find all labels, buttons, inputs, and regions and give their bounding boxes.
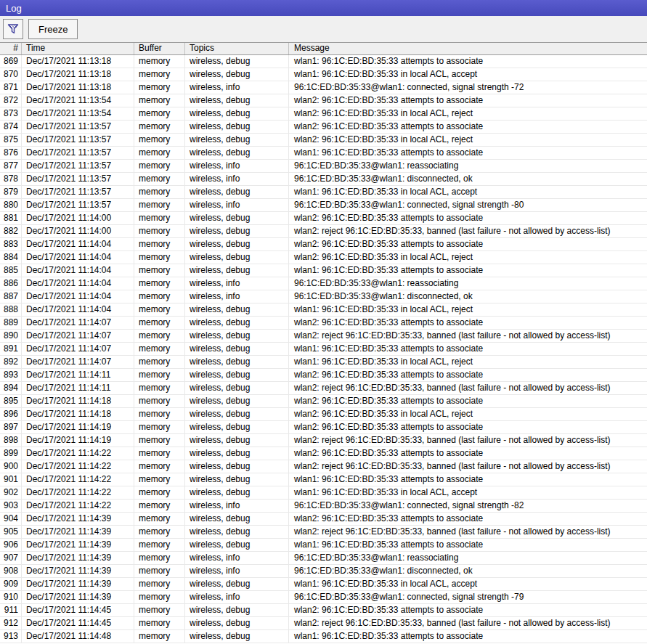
table-row[interactable]: 873 Dec/17/2021 11:13:54 memory wireless… [0,107,647,121]
cell-topics: wireless, debug [185,107,289,120]
cell-topics: wireless, debug [185,369,289,381]
table-row[interactable]: 894 Dec/17/2021 11:14:11 memory wireless… [0,382,647,395]
cell-topics: wireless, debug [185,395,289,407]
table-row[interactable]: 911 Dec/17/2021 11:14:45 memory wireless… [0,604,647,617]
table-row[interactable]: 900 Dec/17/2021 11:14:22 memory wireless… [0,460,647,473]
cell-message: wlan1: 96:1C:ED:BD:35:33 attempts to ass… [289,55,647,68]
table-row[interactable]: 884 Dec/17/2021 11:14:04 memory wireless… [0,251,647,264]
cell-buffer: memory [134,617,185,629]
cell-message: wlan2: 96:1C:ED:BD:35:33 in local ACL, r… [289,251,647,264]
cell-message: wlan2: 96:1C:ED:BD:35:33 attempts to ass… [289,421,647,433]
table-row[interactable]: 902 Dec/17/2021 11:14:22 memory wireless… [0,486,647,500]
window-titlebar[interactable]: Log [0,0,647,16]
cell-time: Dec/17/2021 11:14:07 [22,330,134,342]
column-header-topics[interactable]: Topics [185,43,289,54]
cell-id: 886 [0,277,22,290]
table-row[interactable]: 913 Dec/17/2021 11:14:48 memory wireless… [0,630,647,643]
cell-id: 895 [0,395,22,407]
cell-id: 891 [0,343,22,355]
table-row[interactable]: 880 Dec/17/2021 11:13:57 memory wireless… [0,199,647,212]
freeze-button[interactable]: Freeze [28,19,78,39]
cell-id: 911 [0,604,22,616]
table-row[interactable]: 906 Dec/17/2021 11:14:39 memory wireless… [0,539,647,552]
cell-message: wlan1: 96:1C:ED:BD:35:33 in local ACL, a… [289,578,647,590]
cell-time: Dec/17/2021 11:14:22 [22,500,134,512]
table-row[interactable]: 899 Dec/17/2021 11:14:22 memory wireless… [0,447,647,460]
table-row[interactable]: 871 Dec/17/2021 11:13:18 memory wireless… [0,81,647,94]
table-row[interactable]: 893 Dec/17/2021 11:14:11 memory wireless… [0,369,647,382]
cell-topics: wireless, info [185,552,289,564]
table-row[interactable]: 875 Dec/17/2021 11:13:57 memory wireless… [0,134,647,147]
column-header-message[interactable]: Message [289,43,647,54]
table-row[interactable]: 903 Dec/17/2021 11:14:22 memory wireless… [0,500,647,513]
table-row[interactable]: 877 Dec/17/2021 11:13:57 memory wireless… [0,160,647,173]
table-row[interactable]: 886 Dec/17/2021 11:14:04 memory wireless… [0,277,647,290]
table-row[interactable]: 872 Dec/17/2021 11:13:54 memory wireless… [0,94,647,107]
table-row[interactable]: 883 Dec/17/2021 11:14:04 memory wireless… [0,238,647,251]
funnel-icon [7,23,20,36]
cell-time: Dec/17/2021 11:14:18 [22,395,134,407]
column-header-number[interactable]: # [0,43,22,54]
cell-buffer: memory [134,277,185,290]
cell-message: wlan2: 96:1C:ED:BD:35:33 attempts to ass… [289,513,647,525]
table-row[interactable]: 876 Dec/17/2021 11:13:57 memory wireless… [0,147,647,160]
cell-message: wlan2: 96:1C:ED:BD:35:33 attempts to ass… [289,447,647,460]
cell-buffer: memory [134,81,185,94]
cell-buffer: memory [134,408,185,420]
cell-time: Dec/17/2021 11:14:04 [22,303,134,316]
cell-time: Dec/17/2021 11:13:57 [22,121,134,133]
table-row[interactable]: 910 Dec/17/2021 11:14:39 memory wireless… [0,591,647,604]
table-row[interactable]: 874 Dec/17/2021 11:13:57 memory wireless… [0,121,647,134]
table-row[interactable]: 889 Dec/17/2021 11:14:07 memory wireless… [0,317,647,330]
table-row[interactable]: 897 Dec/17/2021 11:14:19 memory wireless… [0,421,647,434]
table-row[interactable]: 885 Dec/17/2021 11:14:04 memory wireless… [0,264,647,277]
table-row[interactable]: 898 Dec/17/2021 11:14:19 memory wireless… [0,434,647,447]
table-row[interactable]: 881 Dec/17/2021 11:14:00 memory wireless… [0,212,647,225]
table-row[interactable]: 904 Dec/17/2021 11:14:39 memory wireless… [0,513,647,526]
cell-topics: wireless, debug [185,434,289,447]
cell-topics: wireless, debug [185,486,289,499]
table-row[interactable]: 909 Dec/17/2021 11:14:39 memory wireless… [0,578,647,591]
cell-id: 889 [0,317,22,329]
table-row[interactable]: 907 Dec/17/2021 11:14:39 memory wireless… [0,552,647,565]
cell-id: 909 [0,578,22,590]
table-row[interactable]: 879 Dec/17/2021 11:13:57 memory wireless… [0,186,647,199]
table-row[interactable]: 901 Dec/17/2021 11:14:22 memory wireless… [0,473,647,486]
cell-buffer: memory [134,303,185,316]
table-row[interactable]: 912 Dec/17/2021 11:14:45 memory wireless… [0,617,647,630]
cell-buffer: memory [134,434,185,447]
cell-message: wlan2: reject 96:1C:ED:BD:35:33, banned … [289,617,647,629]
table-row[interactable]: 870 Dec/17/2021 11:13:18 memory wireless… [0,68,647,81]
cell-id: 893 [0,369,22,381]
cell-id: 870 [0,68,22,81]
cell-message: wlan1: 96:1C:ED:BD:35:33 in local ACL, a… [289,186,647,198]
column-header-buffer[interactable]: Buffer [134,43,185,54]
cell-time: Dec/17/2021 11:14:39 [22,513,134,525]
table-row[interactable]: 905 Dec/17/2021 11:14:39 memory wireless… [0,526,647,539]
table-row[interactable]: 878 Dec/17/2021 11:13:57 memory wireless… [0,173,647,186]
cell-time: Dec/17/2021 11:14:00 [22,212,134,224]
cell-topics: wireless, debug [185,617,289,629]
table-row[interactable]: 892 Dec/17/2021 11:14:07 memory wireless… [0,356,647,369]
cell-topics: wireless, debug [185,212,289,224]
table-row[interactable]: 869 Dec/17/2021 11:13:18 memory wireless… [0,55,647,68]
table-row[interactable]: 891 Dec/17/2021 11:14:07 memory wireless… [0,343,647,356]
table-row[interactable]: 882 Dec/17/2021 11:14:00 memory wireless… [0,225,647,238]
cell-message: wlan2: reject 96:1C:ED:BD:35:33, banned … [289,330,647,342]
cell-time: Dec/17/2021 11:14:22 [22,473,134,486]
table-row[interactable]: 887 Dec/17/2021 11:14:04 memory wireless… [0,290,647,303]
cell-topics: wireless, debug [185,604,289,616]
cell-message: wlan1: 96:1C:ED:BD:35:33 attempts to ass… [289,473,647,486]
cell-topics: wireless, debug [185,251,289,264]
cell-buffer: memory [134,317,185,329]
table-row[interactable]: 888 Dec/17/2021 11:14:04 memory wireless… [0,303,647,317]
cell-buffer: memory [134,173,185,185]
table-row[interactable]: 890 Dec/17/2021 11:14:07 memory wireless… [0,330,647,343]
table-row[interactable]: 896 Dec/17/2021 11:14:18 memory wireless… [0,408,647,421]
table-row[interactable]: 895 Dec/17/2021 11:14:18 memory wireless… [0,395,647,408]
filter-button[interactable] [3,19,23,39]
cell-id: 904 [0,513,22,525]
column-header-time[interactable]: Time [22,43,134,54]
cell-message: wlan2: 96:1C:ED:BD:35:33 attempts to ass… [289,369,647,381]
table-row[interactable]: 908 Dec/17/2021 11:14:39 memory wireless… [0,565,647,578]
